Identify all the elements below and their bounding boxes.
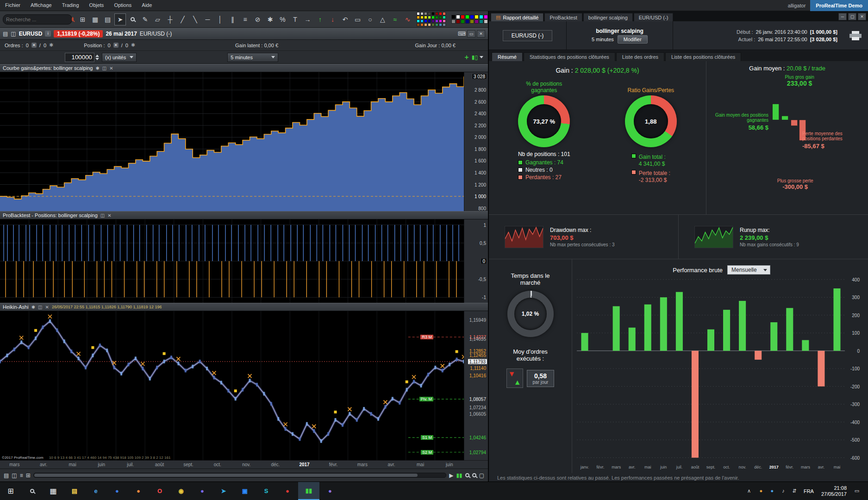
prorealtime-icon[interactable]: ▮▮: [298, 482, 319, 500]
close-icon[interactable]: ✕: [107, 213, 111, 218]
triangle-icon[interactable]: △: [377, 13, 388, 25]
palette-swatch[interactable]: [435, 19, 438, 23]
report-instrument[interactable]: EUR/USD (-): [503, 30, 552, 41]
rect-icon[interactable]: ▭: [352, 13, 363, 25]
zoom-in-icon[interactable]: [472, 473, 476, 477]
palette-swatch[interactable]: [479, 19, 483, 24]
quantity-input[interactable]: [65, 53, 94, 62]
quantity-stepper[interactable]: [65, 53, 99, 62]
palette-swatch[interactable]: [420, 12, 424, 15]
window-layout-icon[interactable]: ◫: [11, 31, 16, 37]
menu-trading[interactable]: Trading: [57, 0, 84, 11]
file-explorer-icon[interactable]: ▤: [64, 482, 85, 500]
wrench-icon[interactable]: ✱: [95, 66, 99, 71]
sell-arrow-icon[interactable]: ↓: [327, 13, 338, 25]
equity-panel-titlebar[interactable]: Courbe gains&pertes: bollinger scalping …: [0, 64, 488, 72]
palette-swatch[interactable]: [424, 19, 427, 23]
menu-options[interactable]: Options: [109, 0, 137, 11]
palette-swatch[interactable]: [417, 19, 420, 23]
notification-icon[interactable]: ▭: [851, 488, 862, 494]
palette-swatch[interactable]: [417, 23, 420, 26]
palette-swatch[interactable]: [475, 19, 479, 24]
subtab-3[interactable]: Liste des ordres: [616, 52, 664, 61]
palette-swatch[interactable]: [424, 12, 427, 15]
timeframe-dropdown[interactable]: 5 minutes: [227, 53, 278, 62]
price-chart[interactable]: ©2017 ProRealTime.com 10 6 9 13 4 66 3 4…: [0, 311, 464, 460]
close-button[interactable]: ✕: [477, 30, 485, 38]
search-input[interactable]: [6, 17, 72, 22]
palette-swatch[interactable]: [461, 19, 465, 24]
palette-swatch[interactable]: [424, 23, 427, 26]
store-icon[interactable]: ●: [277, 482, 298, 500]
palette-swatch[interactable]: [439, 23, 442, 26]
palette-swatch[interactable]: [420, 19, 424, 23]
trendline-icon[interactable]: ╱: [177, 13, 188, 25]
tray-volume-icon[interactable]: ♪: [778, 488, 789, 494]
horizontal-scrollbar[interactable]: [33, 473, 446, 478]
undo-icon[interactable]: ↶: [339, 13, 351, 25]
palette-swatch[interactable]: [470, 19, 474, 24]
zoom-icon[interactable]: [127, 13, 138, 25]
info-icon[interactable]: i: [45, 31, 51, 37]
layout-icon[interactable]: ▦: [89, 13, 101, 25]
palette-swatch[interactable]: [470, 15, 474, 19]
modify-button[interactable]: Modifier: [618, 35, 648, 44]
palette-swatch[interactable]: [428, 23, 431, 26]
position-settings-icon[interactable]: ✱: [131, 42, 135, 48]
percent-icon[interactable]: %: [277, 13, 288, 25]
report-tab-1[interactable]: ▤Rapport détaillé: [491, 13, 543, 21]
buy-arrow-icon[interactable]: ↑: [314, 13, 326, 25]
grid-icon[interactable]: ≡: [20, 472, 23, 479]
palette-swatch[interactable]: [451, 19, 456, 24]
palette-swatch[interactable]: [443, 23, 446, 26]
close-button[interactable]: ✕: [858, 13, 866, 20]
tray-app1-icon[interactable]: ●: [756, 488, 767, 494]
language-indicator[interactable]: FRA: [801, 488, 817, 494]
positions-y-axis[interactable]: 10,50-0,5-1: [464, 219, 488, 303]
pointer-icon[interactable]: ➤: [114, 13, 126, 25]
palette-swatch[interactable]: [428, 16, 431, 19]
browser-icon[interactable]: ●: [106, 482, 128, 500]
opera-icon[interactable]: O: [149, 482, 170, 500]
popout-icon[interactable]: ◫: [102, 66, 106, 71]
tray-network-icon[interactable]: ⇵: [789, 488, 800, 494]
maximize-button[interactable]: ▭: [467, 30, 475, 38]
clock[interactable]: 21:08 27/05/2017: [818, 485, 850, 497]
palette-swatch[interactable]: [443, 12, 446, 15]
hline-icon[interactable]: ─: [202, 13, 213, 25]
telegram-icon[interactable]: ➤: [213, 482, 234, 500]
zoom-icon[interactable]: ▣: [234, 482, 256, 500]
chrome-icon[interactable]: ◉: [170, 482, 192, 500]
palette-swatch[interactable]: [435, 12, 438, 15]
menu-affichage[interactable]: Affichage: [25, 0, 57, 11]
media-icon[interactable]: ●: [192, 482, 213, 500]
add-indicator-icon[interactable]: ＋: [463, 53, 470, 62]
palette-swatch[interactable]: [435, 23, 438, 26]
palette-swatch[interactable]: [420, 16, 424, 19]
equity-chart[interactable]: [0, 72, 464, 211]
wrench-icon[interactable]: ✱: [31, 305, 35, 310]
price-y-axis[interactable]: 1,159491,142271,140351,128521,124551,117…: [464, 311, 488, 460]
positions-chart[interactable]: [0, 219, 464, 303]
menu-aide[interactable]: Aide: [137, 0, 157, 11]
palette-swatch[interactable]: [428, 19, 431, 23]
ellipse-icon[interactable]: ○: [364, 13, 376, 25]
palette-swatch[interactable]: [428, 12, 431, 15]
camera-icon[interactable]: ◫: [12, 472, 17, 479]
palette-swatch[interactable]: [479, 15, 483, 19]
close-icon[interactable]: ✕: [45, 305, 49, 310]
start-button[interactable]: ⊞: [0, 482, 21, 500]
task-view-button[interactable]: ▦: [43, 482, 64, 500]
palette-swatch[interactable]: [451, 15, 456, 19]
report-tab-2[interactable]: ProBacktest: [544, 13, 582, 21]
search-button[interactable]: [21, 482, 43, 500]
tray-app2-icon[interactable]: ●: [767, 488, 778, 494]
settings-icon[interactable]: ✱: [264, 13, 276, 25]
keyboard-icon[interactable]: ⌨: [458, 31, 466, 37]
zoom-out-icon[interactable]: [465, 473, 469, 477]
window-menu-icon[interactable]: ▤: [3, 31, 8, 37]
brush-icon[interactable]: ✎: [139, 13, 151, 25]
auto-chart-icon[interactable]: ▮▮: [456, 472, 462, 479]
popout-icon[interactable]: ◫: [100, 213, 105, 218]
positions-panel-titlebar[interactable]: ProBacktest - Positions: bollinger scalp…: [0, 211, 488, 219]
